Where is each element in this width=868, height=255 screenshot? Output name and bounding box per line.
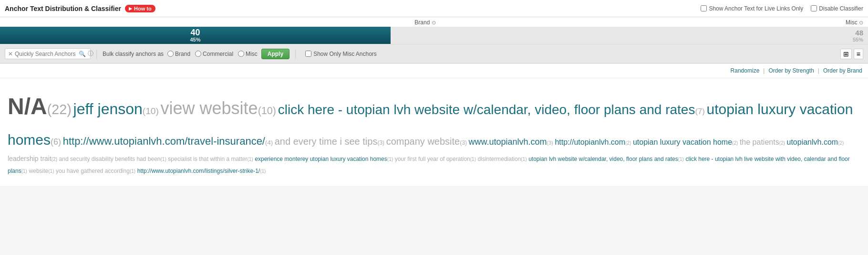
search-icon[interactable]: 🔍 — [79, 51, 86, 57]
commercial-radio-label[interactable]: Commercial — [195, 51, 233, 57]
grid-view-button[interactable]: ⊞ — [840, 49, 852, 59]
anchor-text[interactable]: leadership trait — [8, 155, 52, 162]
anchor-item: the patients(2) — [740, 139, 787, 146]
disable-classifier-label[interactable]: Disable Classifier — [811, 5, 863, 12]
anchor-text[interactable]: disintermediation — [478, 156, 521, 162]
anchor-text[interactable]: http://utopianlvh.com — [555, 138, 625, 146]
anchor-count: (1) — [21, 169, 27, 174]
misc-pct: 55% — [853, 37, 863, 42]
anchor-text[interactable]: utopian lvh website w/calendar, video, f… — [528, 156, 678, 162]
divider — [96, 49, 97, 59]
anchor-item: disintermediation(1) — [478, 155, 529, 162]
anchor-text[interactable]: N/A — [8, 94, 47, 119]
anchor-text[interactable]: http://www.utopianlvh.com/listings/silve… — [137, 168, 260, 174]
anchor-count: (2) — [779, 140, 785, 146]
sort-sep2: | — [818, 67, 819, 74]
anchor-text[interactable]: www.utopianlvh.com — [469, 137, 547, 147]
dist-labels: Brand ⊙ Misc ⊙ — [0, 17, 868, 27]
anchor-text[interactable]: website — [29, 168, 49, 174]
search-box[interactable]: ✕ 🔍 ⓘ — [5, 48, 91, 59]
anchor-text[interactable]: company website — [386, 136, 460, 147]
dist-bar-brand: 40 45% — [0, 27, 391, 44]
anchor-text[interactable]: the patients — [740, 138, 779, 146]
anchor-count: (6) — [51, 137, 61, 147]
anchor-item: N/A(22) — [8, 108, 73, 116]
anchor-item: click here - utopian lvh website w/calen… — [278, 108, 707, 116]
clear-icon[interactable]: ✕ — [8, 51, 13, 57]
header-bar: Anchor Text Distribution & Classifier ▶ … — [0, 0, 868, 17]
search-input[interactable] — [15, 51, 77, 57]
anchor-text[interactable]: experience monterey utopian luxury vacat… — [255, 156, 387, 162]
brand-radio[interactable] — [167, 51, 174, 57]
anchor-item: http://www.utopianlvh.com/listings/silve… — [137, 167, 266, 174]
anchor-count: (1) — [470, 157, 476, 162]
anchor-item: you have gathered according(1) — [56, 167, 137, 174]
anchor-text[interactable]: your first full year of operation — [395, 156, 470, 162]
anchor-cloud: N/A(22) jeff jenson(10) view website(10)… — [0, 78, 868, 186]
anchor-count: (3) — [377, 139, 384, 146]
anchor-count: (1) — [387, 157, 393, 162]
brand-radio-label[interactable]: Brand — [167, 51, 190, 57]
list-view-button[interactable]: ≡ — [854, 49, 863, 59]
anchor-count: (3) — [547, 140, 553, 146]
order-strength-link[interactable]: Order by Strength — [768, 67, 814, 74]
anchor-count: (1) — [678, 157, 684, 162]
anchor-text[interactable]: jeff jenson — [73, 100, 143, 117]
anchor-count: (2) — [838, 140, 844, 146]
dist-bar-container: 40 45% 48 55% — [0, 27, 868, 44]
bulk-classify-label: Bulk classify anchors as — [103, 51, 164, 57]
anchor-item: experience monterey utopian luxury vacat… — [255, 155, 394, 162]
randomize-link[interactable]: Randomize — [731, 67, 760, 74]
anchor-text[interactable]: and every time i see tips — [275, 136, 378, 147]
anchor-count: (2) — [732, 140, 738, 146]
anchor-count: (10) — [258, 105, 276, 117]
show-live-links-label[interactable]: Show Anchor Text for Live Links Only — [701, 5, 803, 12]
anchor-count: (7) — [695, 107, 705, 116]
anchor-count: (2) — [52, 157, 57, 162]
misc-radio-label[interactable]: Misc — [238, 51, 258, 57]
show-misc-checkbox[interactable] — [305, 51, 311, 57]
anchor-text[interactable]: http://www.utopianlvh.com/travel-insuran… — [63, 135, 265, 147]
anchor-item: www.utopianlvh.com(3) — [469, 139, 555, 146]
anchor-count: (2) — [625, 140, 631, 146]
header-right: Show Anchor Text for Live Links Only Dis… — [701, 5, 863, 12]
misc-radio[interactable] — [238, 51, 244, 57]
anchor-text[interactable]: you have gathered according — [56, 168, 130, 174]
brand-label: Brand ⊙ — [5, 19, 846, 26]
anchor-text[interactable]: view website — [161, 98, 258, 118]
anchor-count: (1) — [247, 157, 253, 162]
anchor-item: website(1) — [29, 167, 56, 174]
anchor-text[interactable]: click here - utopian lvh website w/calen… — [278, 102, 695, 117]
commercial-radio[interactable] — [195, 51, 201, 57]
info-icon[interactable]: ⓘ — [88, 50, 93, 58]
order-brand-link[interactable]: Order by Brand — [823, 67, 862, 74]
anchor-text[interactable]: specialist is that within a matter — [168, 156, 247, 162]
sort-sep1: | — [763, 67, 765, 74]
radio-group: Brand Commercial Misc — [167, 51, 258, 57]
apply-button[interactable]: Apply — [261, 49, 289, 59]
anchor-text[interactable]: and security disability benefits had bee… — [59, 156, 161, 162]
show-live-links-checkbox[interactable] — [701, 5, 707, 11]
anchor-item: specialist is that within a matter(1) — [168, 155, 255, 162]
misc-label: Misc ⊙ — [846, 19, 863, 26]
anchor-text[interactable]: utopianlvh.com — [787, 138, 838, 146]
disable-classifier-checkbox[interactable] — [811, 5, 817, 11]
howto-label: How to — [134, 6, 152, 11]
anchor-count: (1) — [161, 157, 166, 162]
show-misc-label[interactable]: Show Only Misc Anchors — [305, 51, 377, 57]
anchor-count: (3) — [460, 139, 467, 146]
anchor-text[interactable]: utopian luxury vacation home — [633, 138, 732, 146]
howto-button[interactable]: ▶ How to — [125, 5, 155, 12]
page-title: Anchor Text Distribution & Classifier — [5, 5, 121, 12]
anchor-count: (1) — [130, 169, 135, 174]
misc-help-icon[interactable]: ⊙ — [859, 20, 863, 25]
divider2 — [295, 49, 296, 59]
misc-count: 48 — [855, 29, 863, 37]
anchor-item: your first full year of operation(1) — [395, 155, 478, 162]
anchor-item: utopianlvh.com(2) — [787, 139, 844, 146]
play-icon: ▶ — [129, 6, 132, 11]
anchor-item: and security disability benefits had bee… — [59, 155, 168, 162]
brand-help-icon[interactable]: ⊙ — [432, 20, 436, 25]
anchor-item: http://utopianlvh.com(2) — [555, 139, 633, 146]
dist-bar-misc: 48 55% — [391, 27, 868, 44]
